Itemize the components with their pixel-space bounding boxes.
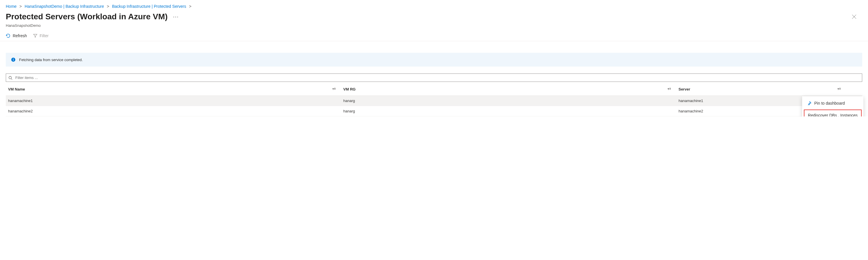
breadcrumb-separator: > xyxy=(107,4,109,9)
cell-vm-name: hanamachine2 xyxy=(6,106,341,116)
svg-rect-4 xyxy=(13,60,13,61)
svg-line-7 xyxy=(11,78,12,80)
breadcrumb-item-demo[interactable]: HanaSnapshotDemo | Backup Infrastructure xyxy=(25,4,104,9)
svg-point-6 xyxy=(9,76,11,79)
info-banner-text: Fetching data from service completed. xyxy=(19,58,83,62)
col-header-server-label: Server xyxy=(678,87,690,91)
cell-vm-rg: hanarg xyxy=(341,96,676,106)
menu-item-rediscover-label: Rediscover DBs , Instances xyxy=(808,113,858,116)
servers-table: VM Name VM RG Server xyxy=(6,83,862,116)
breadcrumb-item-protected[interactable]: Backup Infrastructure | Protected Server… xyxy=(112,4,186,9)
refresh-button[interactable]: Refresh xyxy=(6,33,27,38)
svg-marker-2 xyxy=(33,34,37,37)
filter-label: Filter xyxy=(39,33,49,38)
menu-item-rediscover[interactable]: Rediscover DBs , Instances xyxy=(804,110,862,116)
page-title: Protected Servers (Workload in Azure VM) xyxy=(6,12,167,21)
col-header-vm-rg-label: VM RG xyxy=(343,87,356,91)
cell-vm-name: hanamachine1 xyxy=(6,96,341,106)
filter-input-wrap[interactable] xyxy=(6,74,862,82)
filter-button[interactable]: Filter xyxy=(33,33,49,38)
sort-icon[interactable] xyxy=(332,87,336,90)
filter-input[interactable] xyxy=(15,75,860,80)
close-button[interactable] xyxy=(849,12,859,22)
info-banner: Fetching data from service completed. xyxy=(6,53,862,67)
toolbar: Refresh Filter xyxy=(0,32,868,41)
breadcrumb-separator: > xyxy=(19,4,22,9)
refresh-label: Refresh xyxy=(13,33,27,38)
breadcrumb-separator: > xyxy=(189,4,191,9)
table-wrap: VM Name VM RG Server xyxy=(6,83,862,116)
refresh-icon xyxy=(6,33,10,38)
col-header-vm-name-label: VM Name xyxy=(8,87,25,91)
cell-vm-rg: hanarg xyxy=(341,106,676,116)
menu-item-pin-label: Pin to dashboard xyxy=(814,101,845,106)
col-header-actions xyxy=(846,83,862,96)
menu-item-pin[interactable]: Pin to dashboard xyxy=(802,98,863,109)
table-row[interactable]: hanamachine1 hanarg hanamachine1 ⋯ xyxy=(6,96,862,106)
page-header: Protected Servers (Workload in Azure VM)… xyxy=(0,10,868,23)
title-more-icon[interactable]: ⋯ xyxy=(173,13,179,20)
col-header-server[interactable]: Server xyxy=(676,83,846,96)
sort-icon[interactable] xyxy=(668,87,671,90)
info-icon xyxy=(11,58,16,62)
col-header-vm-rg[interactable]: VM RG xyxy=(341,83,676,96)
row-context-menu: Pin to dashboard Rediscover DBs , Instan… xyxy=(802,96,863,116)
breadcrumb-item-home[interactable]: Home xyxy=(6,4,17,9)
breadcrumb: Home > HanaSnapshotDemo | Backup Infrast… xyxy=(0,0,868,10)
close-icon xyxy=(852,14,857,19)
col-header-vm-name[interactable]: VM Name xyxy=(6,83,341,96)
sort-icon[interactable] xyxy=(837,87,841,90)
search-icon xyxy=(8,76,12,80)
filter-icon xyxy=(33,34,37,38)
pin-icon xyxy=(807,101,811,105)
page-subtitle: HanaSnapshotDemo xyxy=(0,23,868,32)
table-row[interactable]: hanamachine2 hanarg hanamachine2 ⋯ xyxy=(6,106,862,116)
svg-point-5 xyxy=(13,59,13,59)
